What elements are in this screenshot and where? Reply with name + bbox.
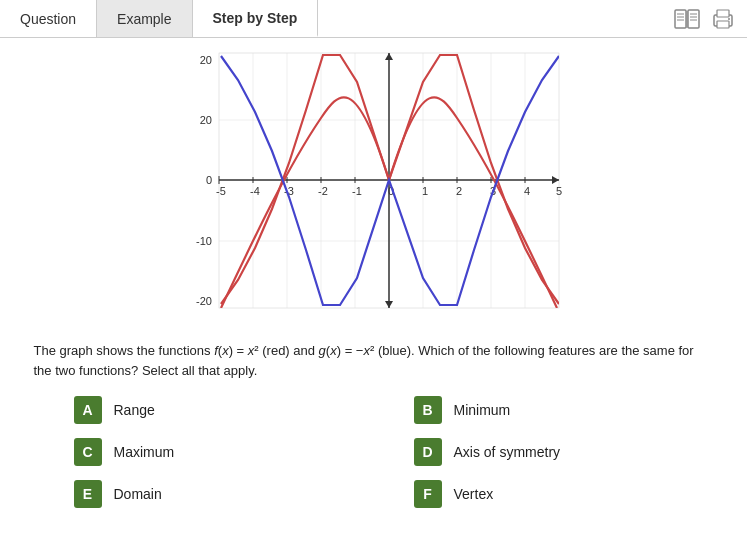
option-badge-D[interactable]: D (414, 438, 442, 466)
tab-step-label: Step by Step (213, 10, 298, 26)
option-badge-C[interactable]: C (74, 438, 102, 466)
svg-text:0: 0 (205, 174, 211, 186)
option-label-C: Maximum (114, 444, 175, 460)
option-label-B: Minimum (454, 402, 511, 418)
option-label-E: Domain (114, 486, 162, 502)
svg-text:20: 20 (199, 54, 211, 66)
option-badge-B[interactable]: B (414, 396, 442, 424)
option-label-F: Vertex (454, 486, 494, 502)
header-icon-group (673, 5, 737, 33)
svg-text:-5: -5 (216, 185, 226, 197)
option-label-A: Range (114, 402, 155, 418)
svg-rect-0 (675, 10, 686, 28)
graph-container: 20 0 -10 -20 20 -5 -4 -3 -2 -1 0 1 2 3 4… (174, 48, 574, 331)
options-grid: A Range B Minimum C Maximum D Axis of sy… (74, 396, 674, 508)
option-row-D: D Axis of symmetry (414, 438, 674, 466)
option-row-F: F Vertex (414, 480, 674, 508)
graph-svg: 20 0 -10 -20 20 -5 -4 -3 -2 -1 0 1 2 3 4… (174, 48, 574, 328)
tab-question[interactable]: Question (0, 0, 96, 37)
svg-rect-10 (717, 21, 729, 28)
svg-text:-4: -4 (250, 185, 260, 197)
option-badge-A[interactable]: A (74, 396, 102, 424)
svg-text:5: 5 (555, 185, 561, 197)
header-tabs: Question Example Step by Step (0, 0, 747, 38)
svg-point-12 (728, 18, 730, 20)
option-row-C: C Maximum (74, 438, 334, 466)
svg-rect-11 (717, 10, 729, 17)
tab-step-by-step[interactable]: Step by Step (193, 0, 319, 37)
option-row-B: B Minimum (414, 396, 674, 424)
print-icon[interactable] (709, 5, 737, 33)
svg-text:20: 20 (199, 114, 211, 126)
book-icon[interactable] (673, 5, 701, 33)
svg-rect-1 (688, 10, 699, 28)
svg-text:2: 2 (455, 185, 461, 197)
svg-text:4: 4 (523, 185, 529, 197)
question-description: The graph shows the functions f(x) = x² … (34, 341, 714, 380)
option-label-D: Axis of symmetry (454, 444, 561, 460)
tab-question-label: Question (20, 11, 76, 27)
tab-example-label: Example (117, 11, 171, 27)
svg-text:1: 1 (421, 185, 427, 197)
option-row-A: A Range (74, 396, 334, 424)
svg-text:-2: -2 (318, 185, 328, 197)
option-badge-F[interactable]: F (414, 480, 442, 508)
main-content: 20 0 -10 -20 20 -5 -4 -3 -2 -1 0 1 2 3 4… (0, 38, 747, 518)
svg-text:-10: -10 (196, 235, 212, 247)
tab-example[interactable]: Example (96, 0, 192, 37)
svg-text:-20: -20 (196, 295, 212, 307)
option-badge-E[interactable]: E (74, 480, 102, 508)
svg-text:-1: -1 (352, 185, 362, 197)
option-row-E: E Domain (74, 480, 334, 508)
